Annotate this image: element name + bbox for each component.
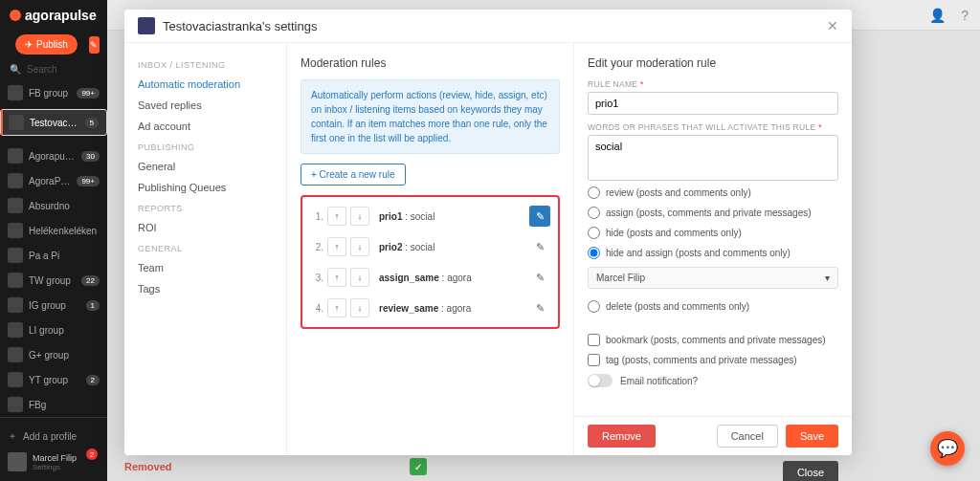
profile-label: FB group	[29, 88, 71, 98]
sidebar-profile[interactable]: FB group99+	[0, 80, 107, 105]
sidebar-profile[interactable]: Pa a Pi	[0, 243, 107, 268]
profile-label: Absurdno	[29, 201, 100, 211]
count-badge: 1	[86, 300, 100, 311]
add-profile-button[interactable]: ＋ Add a profile	[8, 424, 100, 448]
sidebar-profile[interactable]: G+ group	[0, 342, 107, 367]
profile-icon	[8, 322, 23, 338]
profile-label: Helékenkeléken	[29, 226, 100, 236]
settings-modal: Testovaciastranka's settings ✕ INBOX / L…	[124, 10, 852, 455]
search-placeholder: Search	[27, 64, 57, 75]
publish-button[interactable]: ✈ Publish	[15, 34, 78, 55]
nav-publishing-queues[interactable]: Publishing Queues	[124, 177, 286, 198]
nav-general[interactable]: General	[124, 156, 286, 177]
count-badge: 99+	[77, 88, 100, 98]
user-menu[interactable]: Marcel Filip Settings 2	[8, 448, 100, 475]
profile-icon	[8, 297, 23, 313]
sidebar-profile[interactable]: Testovaciastranka5	[0, 109, 107, 136]
rule-number: 2.	[310, 242, 323, 252]
nav-roi[interactable]: ROI	[124, 217, 286, 238]
sidebar-profile[interactable]: Agorapulse BETA30	[0, 143, 107, 168]
assignee-value: Marcel Filip	[596, 273, 645, 283]
nav-team[interactable]: Team	[124, 257, 286, 278]
move-down-icon[interactable]: ↓	[350, 268, 369, 287]
checkbox-tag[interactable]	[588, 354, 600, 366]
radio-review[interactable]	[588, 186, 600, 199]
moderation-rules-panel: Moderation rules Automatically perform a…	[287, 43, 574, 455]
sidebar-profile[interactable]: IG group1	[0, 293, 107, 317]
sidebar-profile[interactable]: Absurdno	[0, 193, 107, 218]
edit-rule-icon[interactable]: ✎	[529, 297, 550, 318]
count-badge: 30	[81, 151, 100, 162]
nav-tags[interactable]: Tags	[124, 278, 286, 299]
profile-label: G+ group	[29, 350, 100, 361]
rule-label: assign_same : agora	[373, 273, 525, 283]
edit-rule-icon[interactable]: ✎	[529, 236, 550, 257]
rule-row: 2.↑↓prio2 : social✎	[304, 231, 556, 262]
add-profile-label: Add a profile	[23, 431, 77, 442]
cancel-button[interactable]: Cancel	[717, 425, 778, 448]
nav-section: REPORTS	[124, 198, 286, 217]
profile-label: AgoraPulse	[29, 176, 71, 186]
notification-badge[interactable]: 2	[86, 448, 98, 460]
profile-label: FBg	[29, 400, 100, 410]
radio-assign[interactable]	[588, 207, 600, 219]
move-down-icon[interactable]: ↓	[350, 207, 369, 226]
remove-button[interactable]: Remove	[588, 425, 656, 448]
move-down-icon[interactable]: ↓	[350, 298, 369, 317]
move-down-icon[interactable]: ↓	[350, 237, 369, 256]
avatar	[8, 452, 27, 471]
nav-section: PUBLISHING	[124, 137, 286, 156]
rule-name-input[interactable]	[588, 92, 838, 115]
count-badge: 22	[81, 275, 100, 286]
opt-hide-assign-label: hide and assign (posts and comments only…	[606, 248, 791, 258]
keywords-input[interactable]	[588, 135, 838, 181]
move-up-icon[interactable]: ↑	[327, 298, 346, 317]
rule-row: 4.↑↓review_same : agora✎	[304, 293, 556, 323]
profile-icon	[8, 397, 23, 412]
sidebar-profile[interactable]: FBg	[0, 392, 107, 417]
nav-section: INBOX / LISTENING	[124, 55, 286, 74]
brand-name: agorapulse	[25, 8, 97, 23]
email-toggle[interactable]	[588, 374, 612, 387]
sidebar-profile[interactable]: Helékenkeléken	[0, 218, 107, 243]
move-up-icon[interactable]: ↑	[327, 237, 346, 256]
save-button[interactable]: Save	[786, 425, 838, 448]
edit-rule-icon[interactable]: ✎	[529, 267, 550, 288]
rule-label: prio2 : social	[373, 242, 525, 252]
panel-heading: Moderation rules	[301, 56, 560, 70]
checkbox-bookmark[interactable]	[588, 334, 600, 346]
edit-rule-icon[interactable]: ✎	[529, 206, 550, 227]
edit-rule-panel: Edit your moderation rule RULE NAME * WO…	[574, 43, 852, 455]
compose-icon[interactable]: ✎	[89, 36, 100, 54]
sidebar-profile[interactable]: YT group2	[0, 367, 107, 392]
rule-label: review_same : agora	[373, 303, 525, 314]
rule-number: 3.	[310, 273, 323, 283]
rule-name-label: RULE NAME *	[588, 79, 838, 89]
profile-avatar	[138, 17, 155, 34]
profile-label: TW group	[29, 275, 76, 286]
radio-hide-assign[interactable]	[588, 247, 600, 259]
close-button[interactable]: Close	[783, 461, 838, 481]
nav-saved-replies[interactable]: Saved replies	[124, 95, 286, 116]
sidebar-profile[interactable]: AgoraPulse99+	[0, 168, 107, 193]
publish-label: Publish	[36, 39, 68, 50]
chat-icon[interactable]: 💬	[930, 431, 965, 466]
profile-label: YT group	[29, 375, 80, 385]
sidebar-profile[interactable]: TW group22	[0, 268, 107, 293]
radio-delete[interactable]	[588, 300, 600, 313]
assignee-select[interactable]: Marcel Filip▾	[588, 267, 838, 289]
app-sidebar: agorapulse ✈ Publish ✎ 🔍 Search FB group…	[0, 0, 107, 481]
close-icon[interactable]: ✕	[827, 18, 838, 33]
search-input[interactable]: 🔍 Search	[0, 58, 107, 80]
profile-icon	[8, 223, 23, 238]
panel-heading: Edit your moderation rule	[588, 56, 838, 70]
nav-ad-account[interactable]: Ad account	[124, 116, 286, 137]
sidebar-profile[interactable]: LI group	[0, 317, 107, 342]
nav-automatic-moderation[interactable]: Automatic moderation	[124, 74, 286, 95]
count-badge: 5	[85, 118, 99, 128]
radio-hide[interactable]	[588, 227, 600, 239]
rule-number: 4.	[310, 303, 323, 314]
move-up-icon[interactable]: ↑	[327, 207, 346, 226]
create-rule-button[interactable]: + Create a new rule	[301, 164, 406, 186]
move-up-icon[interactable]: ↑	[327, 268, 346, 287]
